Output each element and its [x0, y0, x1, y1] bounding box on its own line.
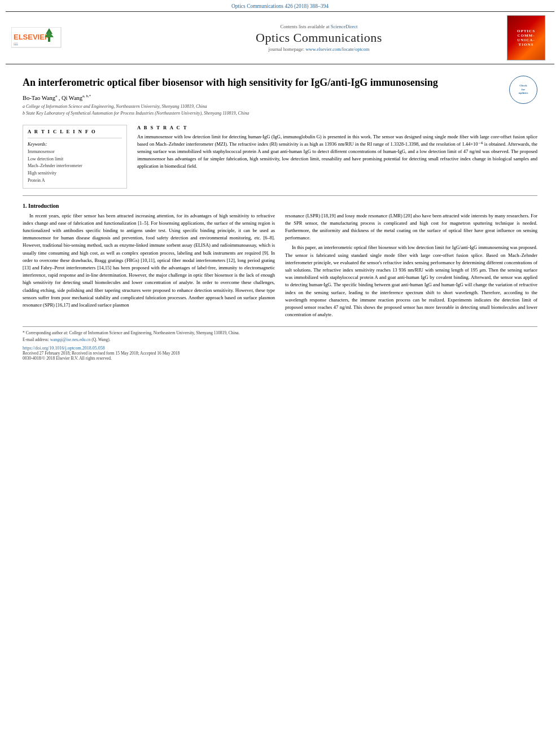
intro-para-right-2: In this paper, an interferometric optica… [285, 244, 537, 318]
journal-header-left: ELSEVIER 📖 [11, 15, 134, 60]
article-title-section: An interferometric optical fiber biosens… [23, 76, 537, 120]
email-link[interactable]: wangqi@ise.neu.edu.cn [50, 337, 91, 342]
article-info-title: A R T I C L E I N F O [28, 129, 122, 134]
intro-para-left-1: In recent years, optic fiber sensor has … [23, 212, 275, 309]
body-col-right: resonance (LSPR) [18,19] and lossy mode … [285, 212, 537, 321]
check-update-text: Checkforupdates [519, 84, 528, 95]
author1-sup: a [55, 94, 57, 98]
abstract-title: A B S T R A C T [137, 125, 537, 130]
keyword-high-sensitivity: High sensitivity [28, 170, 122, 177]
doi-link[interactable]: https://doi.org/10.1016/j.optcom.2018.05… [23, 346, 537, 351]
body-col-left: In recent years, optic fiber sensor has … [23, 212, 275, 321]
article-title: An interferometric optical fiber biosens… [23, 76, 502, 89]
footnote-divider [23, 326, 537, 327]
intro-para-right-1: resonance (LSPR) [18,19] and lossy mode … [285, 212, 537, 242]
page: Optics Communications 426 (2018) 388–394… [0, 0, 560, 747]
footnote-corresponding-text: Corresponding author at: College of Info… [26, 330, 240, 335]
intro-heading: 1. Introduction [23, 203, 537, 209]
article-info-column: A R T I C L E I N F O Keywords: Immunose… [23, 125, 127, 189]
section-divider [23, 195, 537, 196]
email-person: (Q. Wang). [91, 337, 110, 342]
article-info-box: A R T I C L E I N F O Keywords: Immunose… [23, 125, 127, 189]
svg-text:📖: 📖 [14, 41, 19, 46]
keyword-mach-zehnder: Mach–Zehnder interferometer [28, 163, 122, 170]
journal-header-right: OPTICSCOMM-UNICA-TIONS [504, 15, 549, 60]
journal-name: Optics Communications [134, 30, 504, 45]
affiliation-a: a College of Information Science and Eng… [23, 103, 502, 110]
elsevier-logo: ELSEVIER 📖 [11, 27, 62, 49]
keyword-immunosensor: Immunosensor [28, 148, 122, 156]
affiliation-b: b State Key Laboratory of Synthetical Au… [23, 110, 502, 117]
affiliations: a College of Information Science and Eng… [23, 103, 502, 117]
info-separator [28, 138, 122, 138]
abstract-text: An immunosensor with low detection limit… [137, 133, 537, 171]
article-info-abstract-row: A R T I C L E I N F O Keywords: Immunose… [23, 125, 537, 189]
author1-name: Bo-Tao Wang [23, 95, 55, 101]
journal-cover-image: OPTICSCOMM-UNICA-TIONS [507, 15, 545, 60]
footnote-corresponding: * Corresponding author at: College of In… [23, 330, 537, 337]
author2-sup: a, b, [82, 94, 89, 98]
journal-citation-bar: Optics Communications 426 (2018) 388–394 [0, 0, 560, 11]
keyword-low-detection: Low detection limit [28, 156, 122, 163]
journal-homepage: journal homepage: www.elsevier.com/locat… [134, 46, 504, 52]
svg-text:ELSEVIER: ELSEVIER [14, 33, 50, 41]
footnote-email-line: E-mail address: wangqi@ise.neu.edu.cn (Q… [23, 337, 537, 343]
authors-line: Bo-Tao Wanga , Qi Wanga, b,* [23, 94, 502, 101]
author2-star: * [89, 94, 91, 98]
keywords-label: Keywords: [28, 142, 122, 147]
copyright-line: 0030-4018/© 2018 Elsevier B.V. All right… [23, 356, 537, 361]
article-title-text: An interferometric optical fiber biosens… [23, 76, 502, 120]
abstract-column: A B S T R A C T An immunosensor with low… [137, 125, 537, 189]
check-update-badge: Checkforupdates [509, 76, 537, 104]
contents-available-text: Contents lists available at ScienceDirec… [134, 24, 504, 29]
homepage-url[interactable]: www.elsevier.com/locate/optcom [305, 46, 369, 52]
body-two-col: In recent years, optic fiber sensor has … [23, 212, 537, 321]
journal-header: ELSEVIER 📖 Contents lists available at S… [6, 11, 554, 64]
email-label: E-mail address: [23, 337, 49, 342]
journal-header-center: Contents lists available at ScienceDirec… [134, 15, 504, 60]
keyword-protein-a: Protein A [28, 177, 122, 185]
journal-citation-text: Optics Communications 426 (2018) 388–394 [231, 3, 329, 9]
sciencedirect-link[interactable]: ScienceDirect [331, 24, 358, 29]
author2-prefix: , Qi Wang [59, 95, 82, 101]
main-content: An interferometric optical fiber biosens… [0, 64, 560, 366]
received-line: Received 27 February 2018; Received in r… [23, 351, 537, 356]
